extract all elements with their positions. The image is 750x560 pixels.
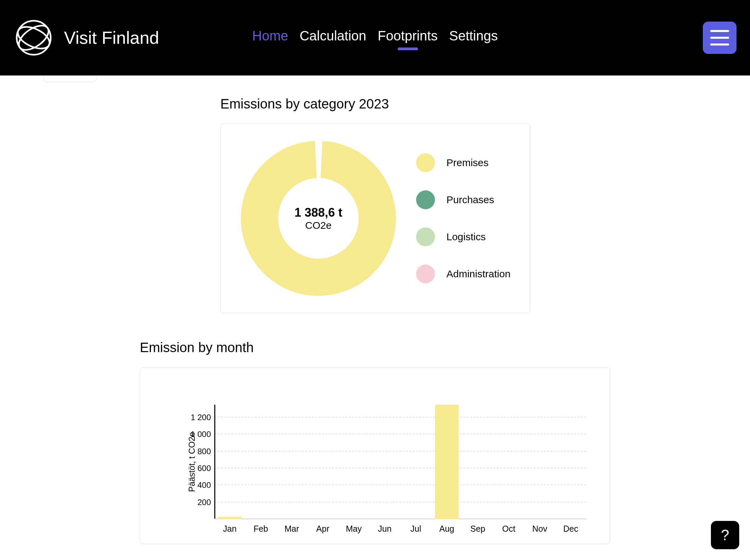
category-title: Emissions by category 2023 [220,96,750,112]
donut-total-value: 1 388,6 t [295,205,342,220]
bar-oct[interactable] [493,405,524,519]
nav-calculation[interactable]: Calculation [300,28,366,47]
donut-card: 1 388,6 t CO2e Premises Purchases Logist… [220,124,530,313]
xtick-aug: Aug [431,524,462,534]
legend-premises[interactable]: Premises [416,153,510,172]
bar-series [214,405,586,519]
bar-may[interactable] [338,405,369,519]
main-content: Emissions by category 2023 1 388,6 t CO2… [0,76,750,560]
xtick-jul: Jul [400,524,431,534]
legend-administration[interactable]: Administration [416,264,510,283]
bar-jun[interactable] [369,405,400,519]
hamburger-menu-button[interactable] [703,22,736,54]
ytick-400: 400 [179,480,211,490]
bar-aug[interactable] [431,405,462,519]
bar-nov[interactable] [524,405,555,519]
nav-settings[interactable]: Settings [449,28,498,47]
brand-logo-icon [14,18,54,58]
month-title: Emission by month [140,340,750,355]
bar-jul[interactable] [400,405,431,519]
legend-logistics[interactable]: Logistics [416,227,510,246]
legend-purchases[interactable]: Purchases [416,191,510,209]
donut-total-unit: CO2e [295,220,342,231]
donut-chart: 1 388,6 t CO2e [241,141,396,296]
donut-center: 1 388,6 t CO2e [295,205,342,231]
swatch-logistics [416,227,435,246]
bar-chart-xticks: Jan Feb Mar Apr May Jun Jul Aug Sep Oct … [214,524,586,534]
xtick-dec: Dec [555,524,586,534]
swatch-administration [416,264,435,283]
xtick-feb: Feb [245,524,276,534]
xtick-jan: Jan [214,524,245,534]
legend-label-administration: Administration [446,268,510,280]
ytick-1000: 1 000 [179,429,211,439]
bar-feb[interactable] [245,405,276,519]
ytick-800: 800 [179,447,211,456]
swatch-purchases [416,191,435,209]
donut-legend: Premises Purchases Logistics Administrat… [416,153,510,283]
dropdown-remnant [43,76,97,82]
xtick-may: May [338,524,369,534]
nav-home[interactable]: Home [252,28,288,47]
bar-sep[interactable] [462,405,493,519]
bar-mar[interactable] [276,405,307,519]
xtick-oct: Oct [493,524,524,534]
ytick-600: 600 [179,464,211,473]
brand-name: Visit Finland [64,28,159,48]
bar-apr[interactable] [307,405,338,519]
ytick-200: 200 [179,498,211,507]
legend-label-purchases: Purchases [446,194,494,205]
bar-chart: Päästöt, t CO2e 200 400 600 800 1 000 1 … [214,405,586,519]
hamburger-icon [710,30,729,32]
svg-point-2 [15,21,53,55]
main-nav: Home Calculation Footprints Settings [252,28,498,47]
brand[interactable]: Visit Finland [14,18,159,58]
legend-label-premises: Premises [446,157,489,168]
bar-chart-yticks: 200 400 600 800 1 000 1 200 [179,405,211,519]
help-icon: ? [721,527,729,543]
ytick-1200: 1 200 [179,413,211,422]
xtick-jun: Jun [369,524,400,534]
legend-label-logistics: Logistics [446,231,486,243]
emissions-by-category-section: Emissions by category 2023 1 388,6 t CO2… [220,96,750,313]
help-button[interactable]: ? [711,521,739,549]
swatch-premises [416,153,435,172]
bar-jan[interactable] [214,405,245,519]
app-header: Visit Finland Home Calculation Footprint… [0,0,750,76]
month-chart-card: Päästöt, t CO2e 200 400 600 800 1 000 1 … [140,367,610,544]
xtick-apr: Apr [307,524,338,534]
bar-dec[interactable] [555,405,586,519]
xtick-nov: Nov [524,524,555,534]
xtick-sep: Sep [462,524,493,534]
emission-by-month-section: Emission by month Päästöt, t CO2e 200 40… [140,340,750,544]
xtick-mar: Mar [276,524,307,534]
nav-footprints[interactable]: Footprints [378,28,438,47]
